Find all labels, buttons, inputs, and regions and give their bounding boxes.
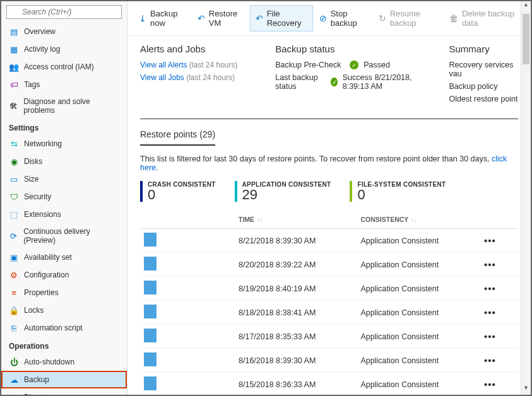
row-menu-button[interactable]: ••• [484, 283, 496, 294]
alerts-heading: Alerts and Jobs [140, 44, 250, 54]
table-row[interactable]: 8/16/2018 8:39:30 AMApplication Consiste… [140, 349, 518, 373]
nav-label: Extensions [24, 210, 61, 219]
col-time[interactable]: TIME↑↓ [235, 211, 357, 229]
row-menu-button[interactable]: ••• [484, 307, 496, 318]
status-heading: Backup status [275, 44, 423, 54]
nav-label: Continuous delivery (Preview) [23, 227, 119, 245]
nav-heading: Operations [1, 337, 127, 353]
restore-points-title: Restore points (29) [140, 124, 215, 146]
backup-icon: ☁ [9, 375, 19, 385]
table-row[interactable]: 8/15/2018 8:36:33 AMApplication Consiste… [140, 373, 518, 395]
stop-backup-button[interactable]: ⊘Stop backup [314, 6, 372, 31]
cell-consistency: Application Consistent [357, 301, 480, 325]
sidebar-item-activity-log[interactable]: ▦Activity log [1, 40, 127, 58]
scroll-thumb[interactable] [523, 14, 529, 64]
sidebar-item-disaster-recovery[interactable]: ⟲Disaster recovery [1, 388, 127, 395]
scroll-up-icon[interactable]: ▲ [521, 1, 531, 11]
row-menu-button[interactable]: ••• [484, 235, 496, 246]
stat-crash: CRASH CONSISTENT0 [140, 181, 216, 202]
delete-backup-button: 🗑Delete backup data [444, 6, 524, 31]
sidebar-item-security[interactable]: 🛡Security [1, 188, 127, 206]
nav-label: Tags [24, 80, 40, 89]
sidebar-item-locks[interactable]: 🔒Locks [1, 301, 127, 319]
sidebar-item-networking[interactable]: ⇆Networking [1, 135, 127, 153]
bar-icon [144, 257, 157, 271]
table-row[interactable]: 8/19/2018 8:40:19 AMApplication Consiste… [140, 277, 518, 301]
sidebar-item-size[interactable]: ▭Size [1, 170, 127, 188]
sidebar-item-backup[interactable]: ☁Backup [1, 371, 127, 388]
delete-backup-icon: 🗑 [449, 13, 458, 23]
sidebar-item-continuous-delivery-preview-[interactable]: ⟳Continuous delivery (Preview) [1, 223, 127, 248]
sidebar-item-availability-set[interactable]: ▣Availability set [1, 248, 127, 266]
sidebar-item-diagnose-and-solve-problems[interactable]: 🛠Diagnose and solve problems [1, 93, 127, 119]
avail-icon: ▣ [9, 252, 19, 262]
locks-icon: 🔒 [9, 305, 19, 315]
row-menu-button[interactable]: ••• [484, 331, 496, 342]
bar-icon [144, 329, 157, 342]
stat-fs: FILE-SYSTEM CONSISTENT0 [350, 181, 446, 202]
bar-icon [144, 305, 157, 318]
row-menu-button[interactable]: ••• [484, 379, 496, 390]
nav-label: Configuration [24, 271, 69, 279]
tags-icon: 🏷 [9, 79, 19, 90]
backup-now-button[interactable]: ⤓Backup now [134, 6, 191, 31]
ext-icon: ⬚ [9, 209, 19, 219]
cell-time: 8/21/2018 8:39:30 AM [235, 229, 357, 253]
scrollbar[interactable]: ▲ ▼ [521, 1, 531, 395]
check-icon: ✓ [350, 61, 358, 69]
sidebar-item-overview[interactable]: ▤Overview [1, 23, 127, 40]
nav-label: Diagnose and solve problems [23, 97, 119, 115]
nav-label: Access control (IAM) [24, 62, 94, 71]
nav-label: Properties [24, 288, 59, 297]
nav-label: Locks [24, 306, 44, 315]
main-panel: ⤓Backup now ↶Restore VM ↶File Recovery ⊘… [127, 1, 531, 395]
cell-consistency: Application Consistent [357, 277, 480, 301]
disks-icon: ◉ [9, 156, 19, 166]
lastbackup-value: Success 8/21/2018, 8:39:13 AM [343, 73, 424, 91]
view-jobs-link[interactable]: View all Jobs [140, 73, 184, 82]
diagnose-icon: 🛠 [9, 101, 18, 111]
sidebar-item-auto-shutdown[interactable]: ⏻Auto-shutdown [1, 353, 127, 371]
file-recovery-button[interactable]: ↶File Recovery [250, 5, 313, 32]
sidebar-item-disks[interactable]: ◉Disks [1, 153, 127, 170]
cell-consistency: Application Consistent [357, 229, 480, 253]
sidebar-item-properties[interactable]: ≡Properties [1, 284, 127, 301]
precheck-value: Passed [364, 61, 390, 69]
table-row[interactable]: 8/18/2018 8:38:41 AMApplication Consiste… [140, 301, 518, 325]
nav-label: Auto-shutdown [24, 358, 74, 366]
cell-time: 8/20/2018 8:39:22 AM [235, 253, 357, 277]
sidebar-item-automation-script[interactable]: ⎘Automation script [1, 319, 127, 337]
view-alerts-link[interactable]: View all Alerts [140, 61, 187, 69]
cell-time: 8/16/2018 8:39:30 AM [235, 349, 357, 373]
search-input[interactable] [6, 5, 122, 19]
sort-icon: ↑↓ [257, 217, 263, 223]
sidebar-item-tags[interactable]: 🏷Tags [1, 76, 127, 93]
config-icon: ⚙ [9, 270, 19, 280]
filter-note: This list is filtered for last 30 days o… [140, 154, 518, 172]
row-menu-button[interactable]: ••• [484, 259, 496, 270]
restore-vm-icon: ↶ [198, 13, 205, 23]
command-bar: ⤓Backup now ↶Restore VM ↶File Recovery ⊘… [127, 1, 531, 36]
col-consistency[interactable]: CONSISTENCY↑↓ [357, 211, 480, 229]
table-row[interactable]: 8/17/2018 8:35:33 AMApplication Consiste… [140, 325, 518, 349]
sidebar-item-access-control-iam-[interactable]: 👥Access control (IAM) [1, 58, 127, 76]
sidebar: 🔍 « ▤Overview▦Activity log👥Access contro… [1, 1, 127, 395]
cell-consistency: Application Consistent [357, 349, 480, 373]
bar-icon [144, 376, 157, 390]
stat-app: APPLICATION CONSISTENT29 [235, 181, 331, 202]
restore-vm-button[interactable]: ↶Restore VM [192, 6, 249, 31]
backup-now-icon: ⤓ [139, 13, 146, 23]
table-row[interactable]: 8/21/2018 8:39:30 AMApplication Consiste… [140, 229, 518, 253]
nav-label: Availability set [24, 253, 72, 262]
table-row[interactable]: 8/20/2018 8:39:22 AMApplication Consiste… [140, 253, 518, 277]
sidebar-item-extensions[interactable]: ⬚Extensions [1, 206, 127, 223]
precheck-label: Backup Pre-Check [275, 61, 345, 69]
cell-time: 8/15/2018 8:36:33 AM [235, 373, 357, 395]
check-icon: ✓ [331, 78, 337, 86]
sidebar-item-configuration[interactable]: ⚙Configuration [1, 266, 127, 284]
scroll-down-icon[interactable]: ▼ [521, 385, 531, 395]
row-menu-button[interactable]: ••• [484, 355, 496, 366]
nav-label: Backup [24, 375, 49, 384]
resume-backup-button: ↻Resume backup [374, 6, 443, 31]
security-icon: 🛡 [9, 192, 19, 202]
